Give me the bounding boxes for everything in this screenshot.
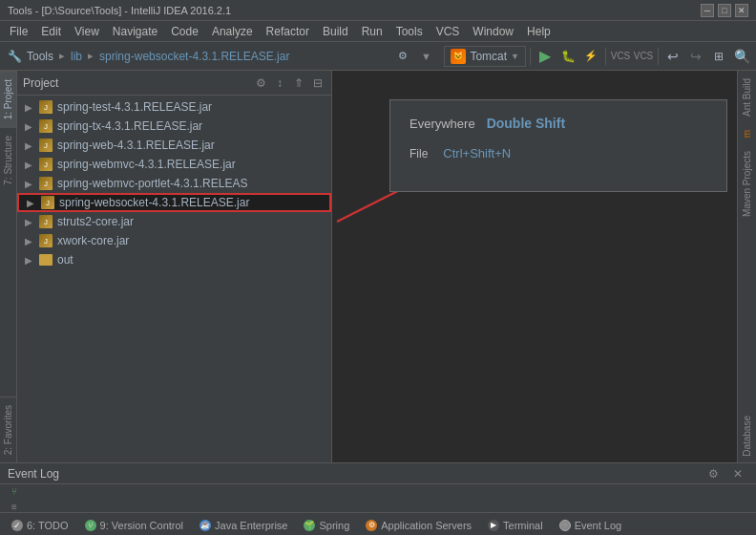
vc-icon: ⑂	[85, 520, 96, 531]
debug-button[interactable]: 🐛	[557, 46, 578, 67]
menu-navigate[interactable]: Navigate	[107, 23, 163, 40]
eventlog-tab-icon: ○	[559, 520, 571, 531]
tab-version-control[interactable]: ⑂ 9: Version Control	[77, 515, 191, 536]
tree-item-spring-tx[interactable]: ▶ J spring-tx-4.3.1.RELEASE.jar	[17, 117, 331, 136]
event-log-close[interactable]: ✕	[727, 463, 748, 484]
tree-item-spring-websocket[interactable]: ▶ J spring-websocket-4.3.1.RELEASE.jar	[17, 193, 331, 212]
el-tool-icon[interactable]: ≡	[8, 500, 21, 513]
jar-icon: J	[38, 233, 53, 248]
jar-icon: J	[38, 138, 53, 153]
toolbar-run-dropdown[interactable]: ▼	[415, 46, 436, 67]
coverage-button[interactable]: ⚡	[580, 46, 601, 67]
menu-run[interactable]: Run	[356, 23, 388, 40]
menu-refactor[interactable]: Refactor	[261, 23, 315, 40]
tree-arrow: ▶	[25, 179, 36, 189]
tree-item-label: spring-websocket-4.3.1.RELEASE.jar	[59, 196, 249, 209]
menu-analyze[interactable]: Analyze	[206, 23, 259, 40]
project-tree: ▶ J spring-test-4.3.1.RELEASE.jar ▶ J sp…	[17, 96, 331, 462]
tree-item-spring-webmvc-portlet[interactable]: ▶ J spring-webmvc-portlet-4.3.1.RELEAS	[17, 174, 331, 193]
vcs-button1[interactable]: VCS	[610, 46, 631, 67]
search-popup: Everywhere Double Shift File Ctrl+Shift+…	[389, 99, 727, 192]
el-git-icon[interactable]: ⑂	[8, 484, 21, 498]
project-settings-icon[interactable]: ⚙	[253, 75, 268, 91]
go-to-file-prefix: File	[410, 147, 428, 160]
tree-item-label: spring-webmvc-portlet-4.3.1.RELEAS	[57, 177, 247, 190]
event-log-panel: Event Log ⚙ ✕ ⑂ ≡	[0, 462, 756, 512]
jar-icon: J	[40, 195, 55, 210]
appserver-icon: ⚙	[366, 520, 377, 531]
layout-button[interactable]: ⊞	[708, 46, 729, 67]
minimize-button[interactable]: ─	[701, 4, 714, 17]
window-controls: ─ □ ✕	[701, 4, 748, 17]
tree-item-spring-web[interactable]: ▶ J spring-web-4.3.1.RELEASE.jar	[17, 136, 331, 155]
left-panel-tabs: 1: Project 7: Structure 2: Favorites	[0, 71, 17, 462]
sidebar-database[interactable]: Database	[742, 410, 752, 462]
tab-appserver-label: Application Servers	[381, 520, 472, 531]
toolbar-separator-slash2: ▸	[88, 50, 94, 62]
spring-icon: 🌱	[304, 520, 315, 531]
menu-vcs[interactable]: VCS	[430, 23, 466, 40]
menu-tools[interactable]: Tools	[390, 23, 429, 40]
vcs-button2[interactable]: VCS	[633, 46, 654, 67]
menu-window[interactable]: Window	[467, 23, 519, 40]
close-button[interactable]: ✕	[735, 4, 748, 17]
tab-structure[interactable]: 7: Structure	[0, 127, 16, 193]
event-log-title: Event Log	[8, 467, 59, 481]
forward-button[interactable]: ↪	[685, 46, 706, 67]
toolbar-sep-1	[530, 48, 531, 65]
tab-spring[interactable]: 🌱 Spring	[296, 515, 357, 536]
menu-view[interactable]: View	[69, 23, 105, 40]
event-log-tools-row: ⑂ ≡	[0, 484, 756, 513]
jar-icon: J	[38, 118, 53, 134]
tree-item-spring-test[interactable]: ▶ J spring-test-4.3.1.RELEASE.jar	[17, 97, 331, 117]
tab-terminal[interactable]: ▶ Terminal	[480, 515, 551, 536]
tree-arrow: ▶	[25, 102, 36, 113]
tomcat-selector[interactable]: 🐱 Tomcat ▼	[444, 46, 526, 67]
tab-app-servers[interactable]: ⚙ Application Servers	[358, 515, 479, 536]
tab-todo[interactable]: ✓ 6: TODO	[4, 515, 76, 536]
tab-event-log[interactable]: ○ Event Log	[552, 515, 630, 536]
tab-terminal-label: Terminal	[503, 520, 543, 531]
toolbar-sep-3	[658, 48, 659, 65]
tree-item-label: spring-webmvc-4.3.1.RELEASE.jar	[57, 158, 236, 171]
search-everywhere-button[interactable]: 🔍	[731, 46, 752, 67]
tab-favorites[interactable]: 2: Favorites	[0, 396, 16, 462]
project-gear-icon[interactable]: ⊟	[310, 75, 326, 91]
event-log-header: Event Log ⚙ ✕	[0, 463, 756, 484]
event-log-settings[interactable]: ⚙	[703, 463, 724, 484]
tab-je-label: Java Enterprise	[215, 520, 287, 531]
tab-java-enterprise[interactable]: ☕ Java Enterprise	[192, 515, 295, 536]
tomcat-dropdown-arrow: ▼	[511, 52, 519, 61]
toolbar-jar-label[interactable]: spring-websocket-4.3.1.RELEASE.jar	[99, 50, 289, 63]
tree-item-out[interactable]: ▶ out	[17, 250, 331, 269]
tree-item-struts2[interactable]: ▶ J struts2-core.jar	[17, 212, 331, 231]
project-scroll-icon[interactable]: ↕	[272, 75, 287, 91]
toolbar-lib-label[interactable]: lib	[71, 50, 82, 63]
folder-icon	[38, 252, 53, 268]
project-expand-icon[interactable]: ⇑	[291, 75, 306, 91]
right-panel: Everywhere Double Shift File Ctrl+Shift+…	[332, 71, 737, 462]
menu-build[interactable]: Build	[317, 23, 354, 40]
back-button[interactable]: ↩	[662, 46, 683, 67]
menu-edit[interactable]: Edit	[35, 23, 67, 40]
sidebar-maven-label[interactable]: Maven Projects	[742, 145, 752, 223]
tab-project[interactable]: 1: Project	[0, 71, 16, 127]
sidebar-ant-build[interactable]: Ant Build	[742, 73, 752, 122]
maximize-button[interactable]: □	[718, 4, 731, 17]
search-everywhere-label: Everywhere	[410, 117, 475, 131]
run-button[interactable]: ▶	[535, 46, 556, 67]
title-bar: Tools - [D:\Source\Tools] - IntelliJ IDE…	[0, 0, 756, 21]
tree-item-label: spring-test-4.3.1.RELEASE.jar	[57, 100, 212, 114]
tab-vc-label: 9: Version Control	[100, 520, 183, 531]
tree-item-xwork[interactable]: ▶ J xwork-core.jar	[17, 231, 331, 250]
tab-spring-label: Spring	[319, 520, 349, 531]
tree-arrow: ▶	[25, 255, 36, 266]
menu-help[interactable]: Help	[521, 23, 556, 40]
toolbar-sep-2	[605, 48, 606, 65]
toolbar-build-icon[interactable]: ⚙	[392, 46, 413, 67]
tree-item-spring-webmvc[interactable]: ▶ J spring-webmvc-4.3.1.RELEASE.jar	[17, 155, 331, 174]
project-panel: Project ⚙ ↕ ⇑ ⊟ ▶ J spring-test-4.3.1.RE…	[17, 71, 332, 462]
menu-file[interactable]: File	[4, 23, 33, 40]
sidebar-maven[interactable]: m	[742, 124, 752, 143]
menu-code[interactable]: Code	[165, 23, 204, 40]
